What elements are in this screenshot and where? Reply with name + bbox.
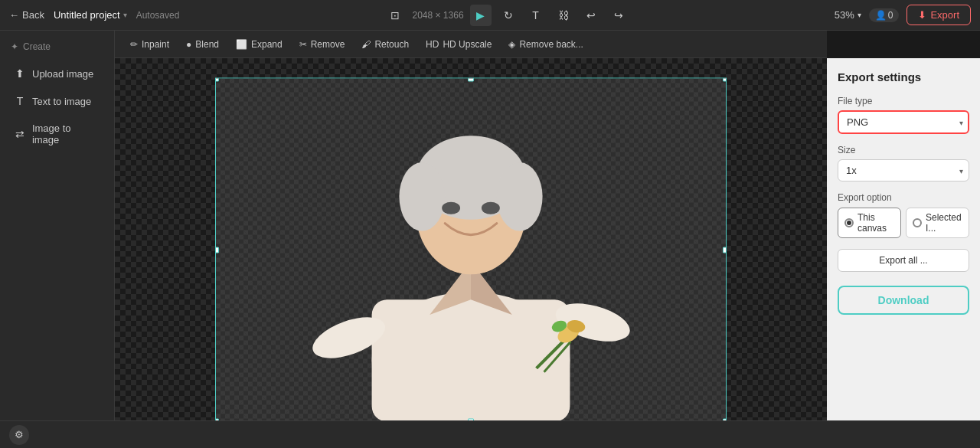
topbar-left: ← Back Untitled project ▾ Autosaved (9, 9, 179, 21)
notif-count: 0 (888, 10, 893, 21)
radio-dot-empty (913, 218, 922, 227)
svg-point-9 (399, 162, 445, 231)
svg-rect-1 (372, 299, 570, 420)
this-canvas-radio[interactable]: This canvas (838, 208, 901, 238)
topbar-center: ⊡ 2048 × 1366 ▶ ↻ T ⛓ ↩ ↪ (384, 5, 629, 26)
handle-bottom-left[interactable] (215, 418, 219, 420)
inpaint-icon: ✏ (130, 39, 138, 50)
file-type-section: File type PNG JPG WEBP SVG ▾ (838, 96, 969, 134)
img2img-label: Image to image (32, 123, 100, 146)
file-type-select[interactable]: PNG JPG WEBP SVG (838, 110, 969, 134)
handle-mid-left[interactable] (215, 247, 219, 253)
project-name[interactable]: Untitled project ▾ (54, 9, 127, 21)
size-section: Size 1x 2x 3x 0.5x ▾ (838, 145, 969, 181)
canvas-content (216, 78, 726, 420)
export-button[interactable]: ⬇ Export (906, 5, 971, 25)
export-radio-group: This canvas Selected I... (838, 208, 969, 238)
download-button[interactable]: Download (838, 286, 969, 315)
handle-bottom-mid[interactable] (468, 418, 474, 420)
img2img-icon: ⇄ (14, 128, 26, 140)
size-select-wrapper: 1x 2x 3x 0.5x ▾ (838, 159, 969, 181)
undo-icon[interactable]: ↩ (580, 5, 602, 26)
export-label: Export (930, 9, 959, 21)
canvas-size: 2048 × 1366 (412, 10, 463, 21)
svg-point-10 (497, 162, 543, 231)
person-svg (216, 78, 726, 420)
toolbar-remove-button[interactable]: ✂ Remove (292, 36, 353, 53)
zoom-chevron-icon: ▾ (858, 11, 861, 19)
download-label: Download (878, 294, 929, 306)
file-type-select-wrapper: PNG JPG WEBP SVG ▾ (838, 110, 969, 134)
toolbar: ✏ Inpaint ● Blend ⬜ Expand ✂ Remove 🖌 Re… (115, 31, 827, 58)
canvas-frame[interactable]: ↻ (215, 77, 727, 420)
radio-dot-filled (844, 218, 854, 227)
text-label: Text to image (32, 96, 91, 107)
handle-top-right[interactable] (723, 77, 727, 81)
zoom-level: 53% (835, 9, 854, 21)
upscale-icon: HD (426, 39, 439, 50)
sidebar-item-img2img[interactable]: ⇄ Image to image (6, 116, 108, 152)
handle-mid-right[interactable] (723, 247, 727, 253)
toolbar-blend-button[interactable]: ● Blend (178, 36, 227, 53)
bottom-bar: ⚙ (0, 420, 980, 448)
back-button[interactable]: ← Back (9, 9, 44, 21)
redo-icon[interactable]: ↪ (608, 5, 629, 26)
play-icon[interactable]: ▶ (470, 5, 492, 26)
sidebar: ✦ Create ⬆ Upload image T Text to image … (0, 31, 115, 420)
zoom-control[interactable]: 53% ▾ (835, 9, 861, 21)
svg-point-11 (442, 201, 460, 214)
user-icon: 👤 (875, 10, 887, 21)
selected-label: Selected I... (926, 212, 962, 234)
handle-top-mid[interactable] (468, 77, 474, 81)
scissors-icon: ✂ (299, 39, 307, 50)
selected-radio[interactable]: Selected I... (906, 208, 969, 238)
export-option-section: Export option This canvas Selected I... (838, 192, 969, 238)
sidebar-create-header: ✦ Create (6, 38, 108, 58)
expand-icon: ⬜ (236, 39, 247, 50)
toolbar-expand-button[interactable]: ⬜ Expand (228, 36, 290, 53)
export-option-label: Export option (838, 192, 969, 203)
link-icon[interactable]: ⛓ (553, 5, 574, 26)
export-all-button[interactable]: Export all ... (838, 249, 969, 272)
back-label: Back (22, 9, 44, 21)
sidebar-item-upload[interactable]: ⬆ Upload image (6, 61, 108, 86)
topbar: ← Back Untitled project ▾ Autosaved ⊡ 20… (0, 0, 980, 31)
toolbar-upscale-button[interactable]: HD HD Upscale (418, 36, 499, 53)
download-icon: ⬇ (918, 9, 926, 21)
upload-label: Upload image (32, 68, 93, 80)
remove-bg-icon: ◈ (508, 39, 515, 50)
export-all-label: Export all ... (879, 255, 927, 266)
text-icon: T (14, 95, 26, 107)
export-panel-title: Export settings (838, 70, 969, 83)
sidebar-item-text[interactable]: T Text to image (6, 89, 108, 113)
upload-icon: ⬆ (14, 67, 26, 80)
size-label: Size (838, 145, 969, 155)
autosaved-status: Autosaved (136, 10, 180, 21)
refresh-icon[interactable]: ↻ (498, 5, 519, 26)
toolbar-inpaint-button[interactable]: ✏ Inpaint (122, 36, 177, 53)
file-type-label: File type (838, 96, 969, 106)
toolbar-remove-bg-button[interactable]: ◈ Remove back... (501, 36, 590, 53)
handle-bottom-right[interactable] (723, 418, 727, 420)
canvas-area[interactable]: ↻ (115, 58, 827, 420)
text-tool-icon[interactable]: T (525, 5, 547, 26)
handle-top-left[interactable] (215, 77, 219, 81)
plus-icon: ✦ (11, 41, 18, 52)
this-canvas-label: This canvas (858, 212, 894, 234)
svg-point-12 (482, 201, 500, 214)
back-arrow-icon: ← (9, 9, 19, 21)
retouch-icon: 🖌 (361, 39, 371, 50)
resize-icon[interactable]: ⊡ (384, 5, 406, 26)
topbar-right: 53% ▾ 👤 0 ⬇ Export (835, 5, 971, 25)
settings-icon[interactable]: ⚙ (9, 425, 29, 445)
chevron-down-icon: ▾ (123, 11, 127, 19)
toolbar-retouch-button[interactable]: 🖌 Retouch (354, 36, 416, 53)
notification-badge[interactable]: 👤 0 (869, 8, 900, 22)
create-label: Create (23, 41, 51, 52)
size-select[interactable]: 1x 2x 3x 0.5x (838, 159, 969, 181)
main-area: ✦ Create ⬆ Upload image T Text to image … (0, 31, 980, 420)
export-panel: Export settings File type PNG JPG WEBP S… (827, 58, 980, 420)
blend-icon: ● (186, 39, 191, 50)
